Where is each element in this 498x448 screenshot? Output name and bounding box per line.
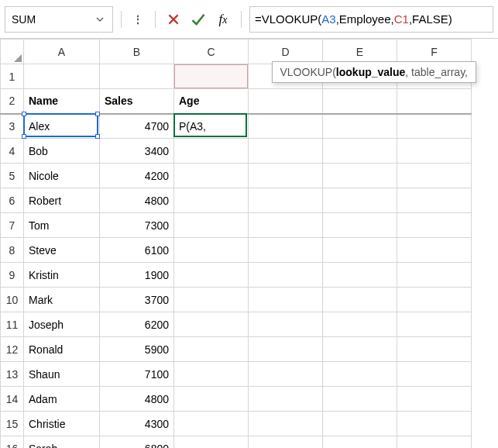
cell[interactable]: 7300 [100,213,174,238]
cell[interactable]: 3700 [100,288,174,312]
cell[interactable] [174,387,249,412]
cell[interactable] [323,139,397,164]
cell[interactable]: Nicole [24,164,100,188]
chevron-down-icon[interactable] [95,14,106,25]
row-header[interactable]: 7 [1,213,24,238]
cell[interactable] [397,288,472,312]
cell[interactable] [323,89,397,114]
cell[interactable]: 1900 [100,263,174,288]
row-header[interactable]: 9 [1,263,24,288]
cell[interactable] [397,89,472,114]
column-header[interactable]: B [100,40,174,64]
cell[interactable] [174,337,249,362]
cell[interactable]: Age [174,89,249,114]
cell[interactable]: Ronald [24,337,100,362]
cell[interactable] [323,288,397,312]
cell[interactable] [249,139,323,164]
fx-icon[interactable]: fx [213,9,233,29]
cell[interactable]: P(A3, [174,114,249,139]
row-header[interactable]: 12 [1,337,24,362]
cell[interactable] [397,213,472,238]
row-header[interactable]: 2 [1,89,24,114]
cell[interactable]: 7100 [100,362,174,387]
cell[interactable] [249,114,323,139]
cell[interactable] [249,387,323,412]
name-box[interactable]: SUM [5,6,113,33]
cancel-button[interactable] [163,9,184,29]
row-header[interactable]: 3 [1,114,24,139]
cell[interactable]: Joseph [24,312,100,337]
cell[interactable] [174,188,249,213]
row-header[interactable]: 1 [1,64,24,89]
cell[interactable] [397,188,472,213]
cell[interactable]: 6800 [100,436,174,449]
cell[interactable] [249,188,323,213]
cell[interactable]: Tom [24,213,100,238]
cell[interactable] [397,362,472,387]
row-header[interactable]: 14 [1,387,24,412]
cell[interactable] [323,263,397,288]
cell[interactable] [397,114,472,139]
cell[interactable] [249,312,323,337]
cell[interactable]: Bob [24,139,100,164]
cell[interactable] [397,387,472,412]
cell[interactable] [397,139,472,164]
row-header[interactable]: 16 [1,436,24,449]
cell[interactable]: Shaun [24,362,100,387]
cell[interactable]: 4200 [100,164,174,188]
cell[interactable]: Alex [24,114,100,139]
accept-button[interactable] [188,9,208,29]
cell[interactable] [100,64,174,89]
cell[interactable] [174,312,249,337]
cell[interactable] [323,362,397,387]
row-header[interactable]: 6 [1,188,24,213]
cell[interactable]: 3400 [100,139,174,164]
cell[interactable]: Adam [24,387,100,412]
cell[interactable] [174,164,249,188]
formula-bar[interactable]: =VLOOKUP(A3,Employee,C1,FALSE) [249,6,493,33]
row-header[interactable]: 11 [1,312,24,337]
cell[interactable]: Mark [24,288,100,312]
cell[interactable]: Kristin [24,263,100,288]
cell[interactable] [174,213,249,238]
select-all-corner[interactable] [1,40,24,64]
cell[interactable] [249,288,323,312]
cell[interactable] [174,263,249,288]
cell[interactable] [323,213,397,238]
cell[interactable] [249,263,323,288]
cell[interactable]: 4800 [100,188,174,213]
column-header[interactable]: C [174,40,249,64]
cell[interactable] [249,213,323,238]
cell[interactable] [24,64,100,89]
function-tooltip[interactable]: VLOOKUP(lookup_value, table_array, [272,61,477,83]
cell[interactable] [397,164,472,188]
cell[interactable] [397,436,472,449]
cell[interactable] [323,238,397,263]
cell[interactable]: Robert [24,188,100,213]
cell[interactable] [174,362,249,387]
cell[interactable]: Steve [24,238,100,263]
cell[interactable] [249,89,323,114]
cell[interactable] [174,238,249,263]
cell[interactable]: Sales [100,89,174,114]
more-icon[interactable]: ⋮ [129,13,147,26]
cell[interactable]: 6100 [100,238,174,263]
spreadsheet-grid[interactable]: A B C D E F 12NameSalesAge3Alex4700P(A3,… [0,39,472,448]
cell[interactable]: Sarah [24,436,100,449]
cell[interactable] [323,114,397,139]
cell[interactable] [397,412,472,436]
cell[interactable] [323,436,397,449]
cell[interactable] [323,188,397,213]
row-header[interactable]: 15 [1,412,24,436]
row-header[interactable]: 5 [1,164,24,188]
cell[interactable] [397,263,472,288]
cell[interactable] [323,164,397,188]
cell[interactable] [174,412,249,436]
cell[interactable] [174,288,249,312]
cell[interactable] [323,412,397,436]
cell[interactable] [249,412,323,436]
cell[interactable] [249,362,323,387]
row-header[interactable]: 10 [1,288,24,312]
cell[interactable]: 4700 [100,114,174,139]
row-header[interactable]: 13 [1,362,24,387]
